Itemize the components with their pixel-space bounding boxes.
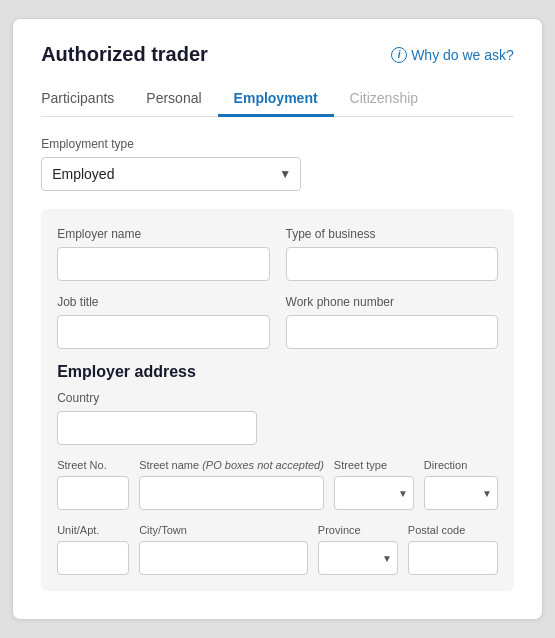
- country-label: Country: [57, 391, 498, 405]
- city-label: City/Town: [139, 524, 308, 536]
- employer-name-input[interactable]: [57, 247, 269, 281]
- job-title-label: Job title: [57, 295, 269, 309]
- country-input[interactable]: [57, 411, 257, 445]
- street-no-group: Street No.: [57, 459, 129, 510]
- type-of-business-group: Type of business: [286, 227, 498, 281]
- province-select[interactable]: AB BC MB NB NL NS ON QC SK: [318, 541, 398, 575]
- employer-name-business-row: Employer name Type of business: [57, 227, 498, 281]
- employer-info-section: Employer name Type of business Job title…: [41, 209, 514, 591]
- direction-label: Direction: [424, 459, 498, 471]
- type-of-business-input[interactable]: [286, 247, 498, 281]
- unit-city-province-postal-row: Unit/Apt. City/Town Province AB BC MB NB…: [57, 524, 498, 575]
- direction-select-wrapper: E N NE NW S SE SW W ▼: [424, 476, 498, 510]
- direction-group: Direction E N NE NW S SE SW W ▼: [424, 459, 498, 510]
- job-title-input[interactable]: [57, 315, 269, 349]
- employer-name-label: Employer name: [57, 227, 269, 241]
- work-phone-input[interactable]: [286, 315, 498, 349]
- street-type-select[interactable]: Ave Blvd Crt Dr Rd St: [334, 476, 414, 510]
- direction-select[interactable]: E N NE NW S SE SW W: [424, 476, 498, 510]
- city-group: City/Town: [139, 524, 308, 575]
- province-group: Province AB BC MB NB NL NS ON QC SK ▼: [318, 524, 398, 575]
- unit-input[interactable]: [57, 541, 129, 575]
- street-no-label: Street No.: [57, 459, 129, 471]
- employment-type-select-wrapper: Employed Self-employed Retired Student U…: [41, 157, 301, 191]
- unit-group: Unit/Apt.: [57, 524, 129, 575]
- info-icon: i: [391, 47, 407, 63]
- tab-participants[interactable]: Participants: [41, 82, 130, 117]
- employer-name-group: Employer name: [57, 227, 269, 281]
- street-name-input[interactable]: [139, 476, 324, 510]
- street-type-label: Street type: [334, 459, 414, 471]
- job-title-phone-row: Job title Work phone number: [57, 295, 498, 349]
- street-type-select-wrapper: Ave Blvd Crt Dr Rd St ▼: [334, 476, 414, 510]
- work-phone-label: Work phone number: [286, 295, 498, 309]
- postal-label: Postal code: [408, 524, 498, 536]
- province-label: Province: [318, 524, 398, 536]
- province-select-wrapper: AB BC MB NB NL NS ON QC SK ▼: [318, 541, 398, 575]
- street-no-input[interactable]: [57, 476, 129, 510]
- employment-type-label: Employment type: [41, 137, 514, 151]
- card-title: Authorized trader: [41, 43, 208, 66]
- why-ask-label: Why do we ask?: [411, 47, 514, 63]
- street-type-group: Street type Ave Blvd Crt Dr Rd St ▼: [334, 459, 414, 510]
- card-header: Authorized trader i Why do we ask?: [41, 43, 514, 66]
- job-title-group: Job title: [57, 295, 269, 349]
- street-name-group: Street name (PO boxes not accepted): [139, 459, 324, 510]
- authorized-trader-card: Authorized trader i Why do we ask? Parti…: [12, 18, 543, 620]
- unit-label: Unit/Apt.: [57, 524, 129, 536]
- street-name-label: Street name (PO boxes not accepted): [139, 459, 324, 471]
- postal-group: Postal code: [408, 524, 498, 575]
- tab-employment[interactable]: Employment: [218, 82, 334, 117]
- employment-type-select[interactable]: Employed Self-employed Retired Student U…: [41, 157, 301, 191]
- city-input[interactable]: [139, 541, 308, 575]
- country-row: Country: [57, 391, 498, 445]
- employment-type-section: Employment type Employed Self-employed R…: [41, 137, 514, 191]
- tab-personal[interactable]: Personal: [130, 82, 217, 117]
- tabs-container: Participants Personal Employment Citizen…: [41, 82, 514, 117]
- postal-input[interactable]: [408, 541, 498, 575]
- employer-address-title: Employer address: [57, 363, 498, 381]
- work-phone-group: Work phone number: [286, 295, 498, 349]
- type-of-business-label: Type of business: [286, 227, 498, 241]
- street-name-po-note: (PO boxes not accepted): [202, 459, 324, 471]
- street-row: Street No. Street name (PO boxes not acc…: [57, 459, 498, 510]
- tab-citizenship: Citizenship: [334, 82, 434, 117]
- why-do-we-ask-link[interactable]: i Why do we ask?: [391, 47, 514, 63]
